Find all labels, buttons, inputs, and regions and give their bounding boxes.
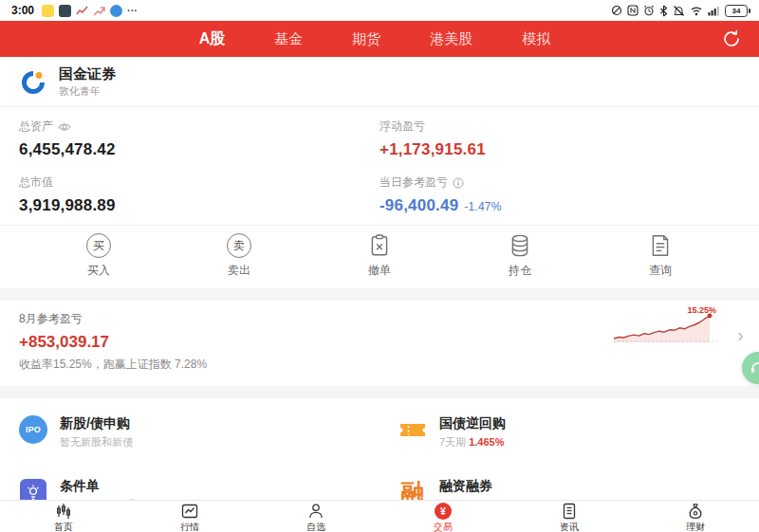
battery-icon: 34 [725, 5, 748, 17]
tab-funds[interactable]: 基金 [274, 30, 303, 48]
more-apps-icon: ··· [127, 5, 138, 17]
service-title: 新股/债申购 [60, 415, 133, 431]
daily-pl-value: -96,400.49-1.47% [380, 196, 740, 215]
floating-pl-label: 浮动盈亏 [380, 119, 425, 135]
battery-level: 34 [732, 7, 741, 15]
top-nav: A股 基金 期货 港美股 模拟 [0, 21, 759, 57]
broker-name: 国金证券 [59, 65, 116, 83]
tab-watchlist[interactable]: 自选 [283, 502, 349, 532]
broker-logo [19, 68, 47, 97]
market-value-block: 总市值 3,919,988.89 [19, 174, 380, 215]
quotes-chart-icon [180, 502, 199, 521]
tab-trade[interactable]: ¥ 交易 [410, 502, 476, 532]
sparkline-peak-label: 15.25% [687, 305, 716, 315]
trade-actions: 买 买入 卖 卖出 撤单 持仓 [0, 226, 759, 288]
news-doc-icon [560, 502, 579, 521]
tab-home[interactable]: 首页 [30, 502, 97, 532]
section-gap [0, 288, 759, 301]
positions-button[interactable]: 持仓 [487, 233, 553, 279]
dark-app-icon [59, 5, 71, 17]
sell-button[interactable]: 卖 卖出 [206, 233, 272, 279]
ipo-icon: IPO [19, 415, 47, 444]
tab-home-label: 首页 [54, 522, 73, 532]
tab-wealth-label: 理财 [686, 522, 705, 532]
browser-app-icon [110, 5, 122, 17]
monthly-pl-section[interactable]: 8月参考盈亏 +853,039.17 收益率15.25%，跑赢上证指数 7.28… [0, 301, 759, 386]
cancel-order-button[interactable]: 撤单 [346, 233, 413, 279]
cancel-order-label: 撤单 [368, 263, 391, 279]
mute-icon [673, 5, 685, 17]
total-assets-label: 总资产 [19, 119, 53, 135]
tab-futures[interactable]: 期货 [352, 30, 380, 48]
service-subtitle: 7天期 1.465% [439, 435, 506, 449]
tab-a-shares[interactable]: A股 [199, 29, 226, 49]
tab-wealth[interactable]: 理财 [662, 502, 729, 532]
bottom-tab-bar: 首页 行情 自选 ¥ 交易 [0, 500, 759, 532]
reverse-repo-ticket-icon [398, 417, 427, 442]
home-candles-icon [54, 502, 73, 521]
chevron-right-icon: › [737, 325, 744, 344]
data-saver-icon [611, 5, 622, 16]
daily-pl-percent: -1.47% [464, 200, 501, 213]
daily-pl-label: 当日参考盈亏 [380, 174, 448, 191]
status-bar: 3:00 ··· 34 [0, 0, 759, 21]
daily-pl-block: 当日参考盈亏 -96,400.49-1.47% [380, 174, 740, 215]
eye-icon[interactable] [58, 122, 71, 132]
wealth-moneybag-icon [686, 502, 705, 521]
service-ipo[interactable]: IPO 新股/债申购 暂无新股和新债 [0, 402, 380, 465]
tab-news[interactable]: 资讯 [536, 502, 602, 532]
positions-label: 持仓 [509, 263, 531, 279]
section-gap [0, 386, 759, 398]
tab-news-label: 资讯 [560, 522, 579, 532]
status-bar-left: 3:00 ··· [11, 4, 138, 17]
broker-text: 国金证券 敦化青年 [59, 65, 116, 99]
cancel-order-icon [367, 233, 392, 258]
bluetooth-icon [659, 5, 668, 17]
buy-icon: 买 [86, 233, 111, 258]
tab-quotes[interactable]: 行情 [157, 502, 223, 532]
status-bar-right: 34 [611, 5, 748, 17]
broker-subtitle: 敦化青年 [59, 84, 116, 99]
buy-label: 买入 [87, 263, 110, 279]
floating-pl-block: 浮动盈亏 +1,173,915.61 [380, 119, 740, 159]
total-assets-block: 总资产 6,455,478.42 [19, 119, 380, 159]
floating-pl-value: +1,173,915.61 [380, 140, 740, 159]
broker-account-row[interactable]: 国金证券 敦化青年 [0, 57, 759, 106]
wifi-icon [690, 5, 703, 16]
market-tabs: A股 基金 期货 港美股 模拟 [199, 29, 561, 49]
query-icon [648, 233, 673, 258]
positions-icon [508, 233, 532, 258]
svg-text:¥: ¥ [440, 504, 446, 516]
monthly-sparkline: 15.25% [609, 304, 721, 348]
info-icon[interactable] [453, 177, 464, 189]
tab-trade-label: 交易 [434, 522, 453, 532]
refresh-icon[interactable] [721, 28, 742, 49]
buy-button[interactable]: 买 买入 [65, 233, 132, 279]
service-reverse-repo[interactable]: 国债逆回购 7天期 1.465% [380, 402, 759, 465]
watchlist-person-icon [306, 502, 325, 521]
query-button[interactable]: 查询 [627, 233, 694, 279]
emoji-app-icon [42, 5, 54, 17]
market-value-label: 总市值 [19, 174, 53, 191]
query-label: 查询 [649, 263, 672, 279]
sell-icon: 卖 [227, 233, 251, 258]
sell-label: 卖出 [228, 263, 250, 279]
stock-chart-app-icon [76, 5, 88, 17]
service-title: 条件单 [60, 478, 146, 494]
service-subtitle: 暂无新股和新债 [60, 435, 133, 449]
trade-yuan-icon: ¥ [434, 502, 453, 521]
tab-simulation[interactable]: 模拟 [522, 30, 550, 48]
account-stats: 总资产 6,455,478.42 浮动盈亏 +1,173,915.61 总市值 … [0, 107, 759, 225]
alarm-icon [643, 5, 655, 16]
signal-icon [708, 5, 720, 16]
nfc-icon [627, 5, 639, 16]
tab-watchlist-label: 自选 [306, 522, 325, 532]
market-value-value: 3,919,988.89 [19, 196, 380, 215]
repo-rate: 1.465% [469, 436, 504, 448]
tab-hk-us[interactable]: 港美股 [430, 30, 472, 48]
service-title: 国债逆回购 [439, 415, 506, 431]
clock-text: 3:00 [11, 4, 34, 17]
headset-icon [750, 359, 759, 376]
trend-app-icon [93, 5, 105, 17]
monthly-pl-desc: 收益率15.25%，跑赢上证指数 7.28% [19, 357, 740, 373]
